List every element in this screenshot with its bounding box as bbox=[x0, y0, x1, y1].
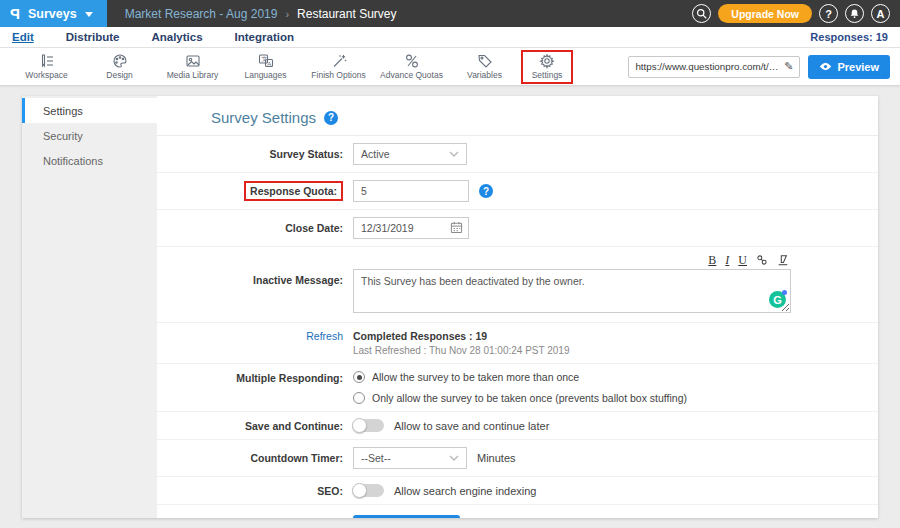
sidebar-item-security[interactable]: Security bbox=[22, 123, 157, 148]
breadcrumb-current: Restaurant Survey bbox=[297, 7, 396, 21]
bold-button[interactable]: B bbox=[708, 254, 716, 266]
toolbar-item-variables[interactable]: Variables bbox=[448, 53, 521, 80]
top-navbar: P Surveys Market Research - Aug 2019 › R… bbox=[0, 0, 900, 27]
caret-down-icon bbox=[85, 12, 93, 17]
help-button[interactable]: ? bbox=[819, 4, 838, 23]
preview-button[interactable]: Preview bbox=[808, 55, 890, 79]
multiple-responding-row: Multiple Responding: Allow the survey to… bbox=[157, 364, 878, 412]
save-continue-label: Save and Continue: bbox=[157, 420, 353, 432]
sidebar-item-notifications[interactable]: Notifications bbox=[22, 148, 157, 173]
toolbar-item-advance-quotas[interactable]: Advance Quotas bbox=[375, 53, 448, 80]
image-icon bbox=[185, 53, 201, 69]
save-changes-button[interactable]: Save Changes bbox=[353, 515, 460, 518]
palette-icon bbox=[112, 53, 128, 69]
tab-integration[interactable]: Integration bbox=[235, 31, 294, 43]
clear-formatting-icon[interactable] bbox=[777, 254, 789, 266]
save-continue-row: Save and Continue: Allow to save and con… bbox=[157, 412, 878, 440]
response-quota-input[interactable] bbox=[353, 180, 469, 202]
response-quota-row: Response Quota: ? bbox=[157, 173, 878, 210]
completed-responses-text: Completed Responses : 19 bbox=[353, 330, 569, 342]
sidebar-item-settings[interactable]: Settings bbox=[22, 98, 157, 123]
save-continue-description: Allow to save and continue later bbox=[394, 420, 549, 432]
tab-analytics[interactable]: Analytics bbox=[151, 31, 202, 43]
page-title: Survey Settings bbox=[211, 109, 316, 126]
save-continue-toggle[interactable] bbox=[353, 419, 384, 432]
title-help-icon[interactable]: ? bbox=[324, 111, 338, 125]
questionpro-logo-icon: P bbox=[10, 6, 20, 21]
seo-description: Allow search engine indexing bbox=[394, 485, 536, 497]
response-quota-help-icon[interactable]: ? bbox=[479, 184, 493, 198]
tab-distribute[interactable]: Distribute bbox=[66, 31, 120, 43]
format-toolbar: B I U bbox=[353, 254, 791, 269]
eye-icon bbox=[819, 62, 832, 71]
last-refreshed-text: Last Refreshed : Thu Nov 28 01:00:24 PST… bbox=[353, 345, 569, 356]
countdown-timer-label: Countdown Timer: bbox=[157, 452, 353, 464]
toolbar-item-finish-options[interactable]: Finish Options bbox=[302, 53, 375, 80]
survey-status-label: Survey Status: bbox=[157, 148, 353, 160]
search-icon bbox=[696, 8, 707, 19]
breadcrumb-parent[interactable]: Market Research - Aug 2019 bbox=[125, 7, 278, 21]
workspace-icon bbox=[39, 53, 55, 69]
breadcrumb-separator: › bbox=[285, 8, 289, 20]
product-menu-label: Surveys bbox=[28, 7, 77, 21]
grammarly-icon[interactable]: G bbox=[769, 291, 786, 308]
bell-icon bbox=[849, 8, 860, 19]
toolbar-item-media-library[interactable]: Media Library bbox=[156, 53, 229, 80]
save-row: Save Changes bbox=[157, 505, 878, 518]
breadcrumb: Market Research - Aug 2019 › Restaurant … bbox=[107, 0, 397, 27]
countdown-timer-select[interactable]: --Set-- bbox=[353, 447, 467, 469]
svg-text:A: A bbox=[267, 61, 271, 67]
seo-row: SEO: Allow search engine indexing bbox=[157, 477, 878, 505]
underline-button[interactable]: U bbox=[738, 254, 747, 266]
responses-stats-row: Refresh Completed Responses : 19 Last Re… bbox=[157, 323, 878, 364]
inactive-message-label: Inactive Message: bbox=[157, 254, 353, 286]
calendar-icon[interactable] bbox=[450, 221, 463, 236]
chevron-down-icon bbox=[449, 151, 459, 157]
toolbar-item-settings[interactable]: Settings bbox=[521, 50, 573, 84]
surveys-product-menu[interactable]: P Surveys bbox=[0, 0, 107, 27]
tab-edit[interactable]: Edit bbox=[12, 31, 34, 43]
responses-count[interactable]: Responses: 19 bbox=[810, 31, 888, 43]
toolbar-item-workspace[interactable]: Workspace bbox=[10, 53, 83, 80]
survey-status-select[interactable]: Active bbox=[353, 143, 467, 165]
italic-button[interactable]: I bbox=[725, 254, 729, 266]
inactive-message-textarea[interactable]: This Survey has been deactivated by the … bbox=[353, 269, 791, 313]
page-body: Settings Security Notifications Survey S… bbox=[0, 86, 900, 528]
content-header: Survey Settings ? bbox=[157, 96, 878, 136]
radio-selected-icon bbox=[353, 371, 365, 383]
close-date-row: Close Date: bbox=[157, 210, 878, 247]
radio-allow-multiple[interactable]: Allow the survey to be taken more than o… bbox=[353, 371, 687, 383]
edit-url-icon[interactable]: ✎ bbox=[784, 60, 793, 73]
refresh-link[interactable]: Refresh bbox=[306, 330, 343, 342]
settings-content: Survey Settings ? Survey Status: Active … bbox=[157, 96, 878, 518]
edit-toolbar: Workspace Design Media Library 文A Langua… bbox=[0, 48, 900, 86]
radio-unselected-icon bbox=[353, 392, 365, 404]
seo-label: SEO: bbox=[157, 485, 353, 497]
topbar-actions: Upgrade Now ? A bbox=[692, 0, 900, 27]
link-icon[interactable] bbox=[756, 254, 768, 266]
settings-panel: Settings Security Notifications Survey S… bbox=[22, 96, 878, 518]
settings-sidebar: Settings Security Notifications bbox=[22, 96, 157, 518]
search-button[interactable] bbox=[692, 4, 711, 23]
survey-url-input[interactable] bbox=[635, 61, 780, 72]
toolbar-item-design[interactable]: Design bbox=[83, 53, 156, 80]
notifications-button[interactable] bbox=[845, 4, 864, 23]
inactive-message-row: Inactive Message: B I U bbox=[157, 247, 878, 323]
section-tabs: Edit Distribute Analytics Integration Re… bbox=[0, 27, 900, 48]
seo-toggle[interactable] bbox=[353, 484, 384, 497]
quota-links-icon bbox=[404, 53, 420, 69]
gear-icon bbox=[539, 53, 555, 69]
countdown-timer-row: Countdown Timer: --Set-- Minutes bbox=[157, 440, 878, 477]
survey-status-row: Survey Status: Active bbox=[157, 136, 878, 173]
wand-icon bbox=[331, 53, 347, 69]
upgrade-now-button[interactable]: Upgrade Now bbox=[718, 4, 812, 23]
radio-allow-once[interactable]: Only allow the survey to be taken once (… bbox=[353, 392, 687, 404]
countdown-minutes-suffix: Minutes bbox=[477, 452, 516, 464]
survey-url-box: ✎ bbox=[628, 56, 800, 78]
toolbar-item-languages[interactable]: 文A Languages bbox=[229, 53, 302, 80]
close-date-label: Close Date: bbox=[157, 222, 353, 234]
multiple-responding-label: Multiple Responding: bbox=[157, 371, 353, 384]
account-avatar[interactable]: A bbox=[871, 4, 890, 23]
response-quota-label: Response Quota: bbox=[244, 181, 343, 201]
translate-icon: 文A bbox=[258, 53, 274, 69]
